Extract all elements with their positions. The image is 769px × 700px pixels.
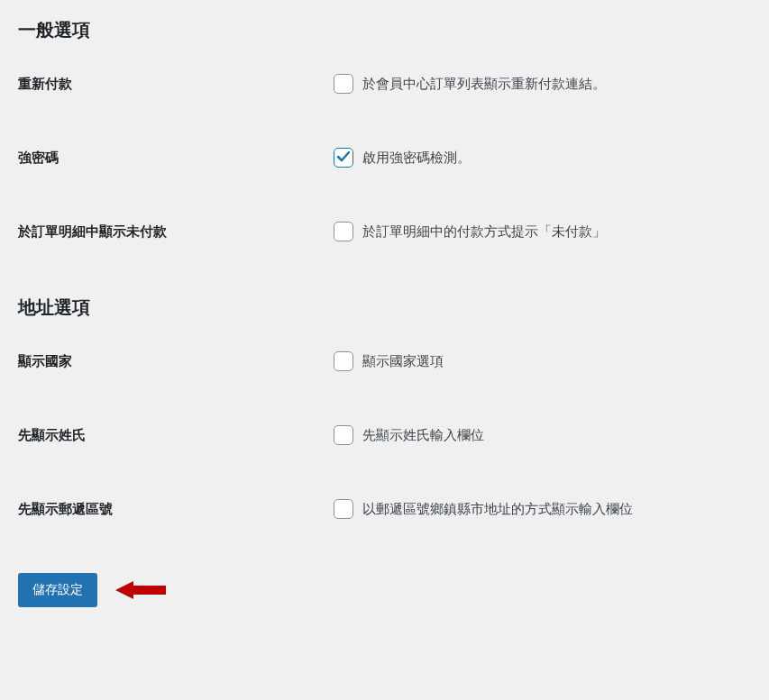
control-unpaid: 於訂單明細中的付款方式提示「未付款」: [334, 222, 606, 241]
general-section-title: 一般選項: [18, 18, 751, 42]
checkbox-strong-password[interactable]: [334, 148, 353, 168]
desc-repay: 於會員中心訂單列表顯示重新付款連結。: [362, 76, 606, 93]
label-strong-password: 強密碼: [18, 148, 334, 167]
button-row: 儲存設定: [18, 573, 751, 607]
checkbox-show-country[interactable]: [334, 351, 353, 371]
control-strong-password: 啟用強密碼檢測。: [334, 148, 471, 168]
label-repay: 重新付款: [18, 74, 334, 93]
checkbox-wrapper-strong-password: [334, 148, 353, 168]
control-lastname-first: 先顯示姓氏輸入欄位: [334, 425, 484, 445]
checkbox-repay[interactable]: [334, 74, 353, 94]
checkbox-postcode-first[interactable]: [334, 499, 353, 519]
desc-unpaid: 於訂單明細中的付款方式提示「未付款」: [362, 223, 606, 241]
checkbox-wrapper-unpaid: [334, 222, 353, 241]
label-show-country: 顯示國家: [18, 351, 334, 370]
checkbox-wrapper-show-country: [334, 351, 353, 371]
control-postcode-first: 以郵遞區號鄉鎮縣市地址的方式顯示輸入欄位: [334, 499, 633, 519]
checkbox-unpaid[interactable]: [334, 222, 353, 241]
desc-show-country: 顯示國家選項: [362, 353, 444, 370]
save-button[interactable]: 儲存設定: [18, 573, 97, 607]
desc-lastname-first: 先顯示姓氏輸入欄位: [362, 427, 484, 444]
label-lastname-first: 先顯示姓氏: [18, 425, 334, 444]
row-lastname-first: 先顯示姓氏 先顯示姓氏輸入欄位: [18, 425, 751, 445]
label-unpaid: 於訂單明細中顯示未付款: [18, 222, 334, 241]
checkbox-wrapper-repay: [334, 74, 353, 94]
arrow-indicator-icon: [115, 580, 166, 600]
row-strong-password: 強密碼 啟用強密碼檢測。: [18, 148, 751, 168]
row-repay: 重新付款 於會員中心訂單列表顯示重新付款連結。: [18, 74, 751, 94]
address-section-title: 地址選項: [18, 295, 751, 320]
checkbox-lastname-first[interactable]: [334, 425, 353, 445]
label-postcode-first: 先顯示郵遞區號: [18, 499, 334, 518]
checkbox-wrapper-postcode-first: [334, 499, 353, 519]
control-show-country: 顯示國家選項: [334, 351, 444, 371]
control-repay: 於會員中心訂單列表顯示重新付款連結。: [334, 74, 606, 94]
desc-strong-password: 啟用強密碼檢測。: [362, 150, 471, 167]
row-show-country: 顯示國家 顯示國家選項: [18, 351, 751, 371]
svg-marker-0: [115, 581, 166, 599]
desc-postcode-first: 以郵遞區號鄉鎮縣市地址的方式顯示輸入欄位: [362, 501, 633, 518]
checkbox-wrapper-lastname-first: [334, 425, 353, 445]
row-unpaid: 於訂單明細中顯示未付款 於訂單明細中的付款方式提示「未付款」: [18, 222, 751, 241]
row-postcode-first: 先顯示郵遞區號 以郵遞區號鄉鎮縣市地址的方式顯示輸入欄位: [18, 499, 751, 519]
